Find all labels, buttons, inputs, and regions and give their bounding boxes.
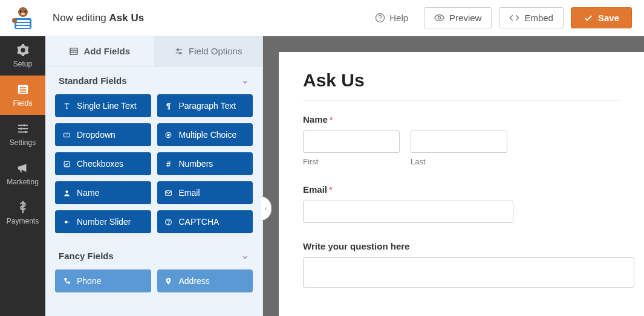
nav-item-marketing[interactable]: Marketing (0, 154, 45, 193)
svg-point-17 (20, 127, 22, 130)
title-prefix: Now editing (53, 12, 106, 24)
tab-field-options-label: Field Options (189, 46, 242, 56)
field-button-label: Name (77, 188, 99, 198)
fancy-fields-header-label: Fancy Fields (59, 251, 114, 261)
field-button-label: Multiple Choice (179, 130, 237, 140)
nav-item-settings[interactable]: Settings (0, 115, 45, 154)
help-label: Help (389, 13, 408, 23)
email-field-label: Email* (303, 184, 620, 195)
topbar: Now editing Ask Us Help Preview Embed Sa… (0, 0, 644, 36)
svg-rect-15 (19, 92, 26, 93)
last-name-input[interactable] (411, 131, 507, 153)
help-icon (375, 13, 385, 23)
first-name-sublabel: First (303, 157, 400, 166)
app-logo (0, 0, 45, 36)
sliders-icon (16, 122, 30, 135)
form-preview-page: Ask Us Name* First Last (279, 52, 644, 316)
svg-point-10 (380, 20, 380, 21)
eye-icon (434, 13, 444, 23)
embed-label: Embed (524, 13, 553, 23)
first-name-input[interactable] (303, 131, 400, 153)
last-name-sublabel: Last (411, 157, 507, 166)
field-button-captcha[interactable]: CAPTCHA (157, 210, 253, 233)
dropdown-icon (62, 131, 71, 139)
fields-panel: Add Fields Field Options Standard Fields… (45, 36, 263, 316)
nav-label-setup: Setup (13, 60, 32, 68)
field-button-phone[interactable]: Phone (55, 269, 151, 292)
save-label: Save (598, 13, 619, 23)
title-form-name: Ask Us (109, 12, 145, 24)
email-field-block[interactable]: Email* (303, 184, 620, 223)
svg-rect-5 (16, 20, 30, 22)
field-button-checkboxes[interactable]: Checkboxes (55, 152, 151, 175)
sidebar-nav: Setup Fields Settings Marketing Payments (0, 36, 45, 316)
editing-title: Now editing Ask Us (45, 12, 366, 24)
field-button-dropdown[interactable]: Dropdown (55, 123, 151, 146)
fancy-fields-grid: PhoneAddress (45, 269, 262, 301)
question-icon (164, 218, 173, 226)
hash-icon: # (164, 160, 173, 169)
phone-icon (62, 277, 71, 285)
field-button-single-line-text[interactable]: Single Line Text (55, 94, 151, 117)
chevron-down-icon: ⌄ (241, 250, 249, 261)
nav-label-marketing: Marketing (7, 178, 39, 186)
field-button-numbers[interactable]: #Numbers (157, 152, 253, 175)
nav-label-settings: Settings (10, 138, 36, 147)
nav-label-fields: Fields (13, 99, 32, 108)
nav-item-payments[interactable]: Payments (0, 193, 45, 233)
nav-item-fields[interactable]: Fields (0, 76, 45, 115)
name-field-label: Name* (303, 114, 620, 124)
svg-point-3 (21, 13, 25, 15)
svg-rect-7 (16, 26, 30, 28)
checkbox-icon (62, 160, 71, 168)
help-link[interactable]: Help (366, 8, 417, 28)
paragraph-icon: ¶ (164, 102, 173, 111)
svg-rect-19 (70, 48, 77, 54)
embed-button[interactable]: Embed (499, 7, 564, 28)
standard-fields-section-header[interactable]: Standard Fields ⌄ (45, 66, 262, 94)
chevron-left-icon: ‹ (265, 205, 267, 212)
text-icon (62, 102, 71, 110)
tab-add-fields[interactable]: Add Fields (45, 36, 154, 66)
form-icon (16, 83, 30, 96)
question-field-block[interactable]: Write your question here (303, 241, 620, 290)
svg-point-28 (168, 134, 169, 135)
svg-point-8 (12, 18, 17, 23)
code-icon (509, 13, 519, 23)
svg-point-18 (24, 131, 27, 134)
form-preview-area: Ask Us Name* First Last (263, 36, 644, 316)
nav-label-payments: Payments (7, 217, 39, 225)
svg-point-24 (177, 49, 179, 51)
field-button-number-slider[interactable]: Number Slider (55, 210, 151, 233)
sliders-icon (174, 47, 184, 56)
field-button-paragraph-text[interactable]: ¶Paragraph Text (157, 94, 253, 117)
standard-fields-header-label: Standard Fields (59, 76, 127, 86)
svg-point-0 (18, 7, 28, 17)
field-button-name[interactable]: Name (55, 181, 151, 204)
question-textarea[interactable] (303, 257, 634, 288)
svg-rect-6 (16, 23, 30, 25)
required-mark: * (330, 114, 333, 124)
preview-button[interactable]: Preview (424, 7, 492, 28)
field-button-label: Email (179, 188, 200, 198)
svg-rect-14 (19, 89, 26, 91)
field-button-address[interactable]: Address (157, 269, 253, 292)
name-field-block[interactable]: Name* First Last (303, 114, 620, 166)
svg-point-35 (168, 224, 169, 224)
field-button-multiple-choice[interactable]: Multiple Choice (157, 123, 253, 146)
field-button-email[interactable]: Email (157, 181, 253, 204)
form-title: Ask Us (303, 70, 620, 101)
field-button-label: Checkboxes (77, 159, 123, 169)
save-button[interactable]: Save (571, 7, 632, 28)
field-button-label: Paragraph Text (179, 101, 236, 111)
svg-rect-13 (19, 87, 26, 88)
fancy-fields-section-header[interactable]: Fancy Fields ⌄ (45, 242, 262, 269)
field-button-label: Dropdown (77, 130, 115, 140)
radio-icon (164, 131, 173, 139)
field-button-label: Single Line Text (77, 101, 137, 111)
field-button-label: Numbers (179, 159, 213, 169)
nav-item-setup[interactable]: Setup (0, 36, 45, 76)
tab-field-options[interactable]: Field Options (154, 36, 263, 66)
svg-point-1 (19, 10, 21, 12)
email-input[interactable] (303, 201, 513, 223)
